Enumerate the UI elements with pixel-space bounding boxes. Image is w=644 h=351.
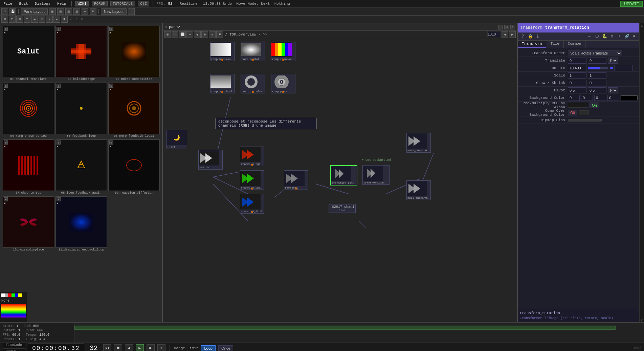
- link-icon[interactable]: 🔗: [624, 34, 630, 40]
- transport-forward[interactable]: ⏭: [147, 344, 155, 351]
- update-button[interactable]: UPDATE: [620, 1, 643, 7]
- network-thumb-09[interactable]: ⊞ ✖ 09_reaction_diffusion: [108, 139, 160, 195]
- transport-plus[interactable]: +: [157, 344, 165, 351]
- pane-icon-1[interactable]: ▦: [49, 8, 56, 15]
- ramp-radial-node[interactable]: ramp_radial: [241, 42, 265, 61]
- nav-icon-4[interactable]: ⊡: [24, 16, 30, 23]
- thumb-delete-02[interactable]: ✖: [57, 31, 59, 35]
- edit-icon[interactable]: ✏: [586, 34, 593, 40]
- color-white[interactable]: [1, 293, 5, 297]
- bg-a-input[interactable]: [607, 95, 619, 101]
- network-thumb-07[interactable]: ⊞ ✖ 07_chop_to_top: [3, 139, 54, 195]
- loop-button[interactable]: Loop: [201, 345, 215, 351]
- pivot-unit-select[interactable]: F: [608, 87, 618, 93]
- network-thumb-02[interactable]: ⊞ ✖ 02_kaleidoscope: [55, 26, 107, 81]
- color-gray[interactable]: [5, 293, 8, 297]
- color-red[interactable]: [8, 293, 12, 297]
- edit-menu[interactable]: Edit: [17, 1, 30, 6]
- timecode-value[interactable]: 00:00:00.32: [28, 344, 84, 351]
- pane2-tool-6[interactable]: ⊕: [201, 31, 208, 38]
- pane2-tool-5[interactable]: ✚: [194, 31, 201, 38]
- ramp-circular-node[interactable]: ramp_circular: [241, 74, 265, 93]
- thumb-delete-09[interactable]: ✖: [109, 145, 111, 149]
- nav-icon-7[interactable]: ↙: [46, 16, 53, 23]
- nav-icon-3[interactable]: ⊞: [16, 16, 23, 23]
- ramp-rainbow-node[interactable]: ramp_rainbow: [271, 42, 295, 61]
- timeline-track[interactable]: [74, 323, 644, 343]
- home-icon[interactable]: ⌂: [1, 8, 8, 15]
- translate-x-input[interactable]: [568, 58, 586, 64]
- new-layout-add-icon[interactable]: +: [128, 8, 135, 15]
- dialogs-menu[interactable]: Dialogs: [33, 1, 52, 6]
- pane2-close[interactable]: ✕: [510, 25, 515, 29]
- pane2-tool-4[interactable]: ↩: [186, 31, 193, 38]
- ramp-phase-node[interactable]: ramp_phase: [271, 74, 295, 93]
- forum-badge[interactable]: FORUM: [92, 1, 108, 6]
- thumb-delete-11[interactable]: ✖: [57, 201, 59, 205]
- transport-back[interactable]: ◀: [125, 344, 133, 351]
- transform-order-select[interactable]: Scale Rotate Translate: [568, 50, 622, 56]
- once-button[interactable]: Once: [218, 345, 233, 351]
- nav-icon-2[interactable]: ⊟: [9, 16, 16, 23]
- chanmix3-node[interactable]: chanmix3_BLUE: [240, 194, 264, 214]
- network-thumb-01[interactable]: ⊞ ✖ Salut 01_channel_translate: [3, 26, 54, 81]
- network-thumb-08[interactable]: ⊞ ✖ 08_icon_feedback_again: [55, 139, 107, 195]
- thumb-delete-01[interactable]: ✖: [4, 31, 6, 35]
- translate-unit-select[interactable]: F: [608, 58, 618, 64]
- frame-input[interactable]: [487, 31, 501, 37]
- wiki-badge[interactable]: WIKI: [75, 1, 89, 6]
- network-thumb-10[interactable]: ⊞ ✖ 10_noise_displace: [3, 196, 54, 252]
- pane2-maximize[interactable]: □: [504, 25, 509, 29]
- value-node[interactable]: .02917 chan1 lfo1: [329, 204, 356, 213]
- tab-tile[interactable]: Tile: [546, 41, 563, 48]
- transport-stop[interactable]: ⏹: [114, 344, 122, 351]
- tab-transform[interactable]: Transform: [518, 41, 546, 48]
- transform-background-node[interactable]: transform_background: [362, 165, 390, 185]
- network-canvas[interactable]: ramp_horizontal ramp_radial: [163, 38, 517, 322]
- thumb-delete-08[interactable]: ✖: [57, 145, 59, 149]
- tutorials-badge[interactable]: TUTORIALS: [110, 1, 135, 6]
- bg-b-input[interactable]: [594, 95, 606, 101]
- plus-icon[interactable]: +: [616, 34, 622, 40]
- pane2-tool-3[interactable]: ⬜: [179, 31, 186, 38]
- nav-right-icon[interactable]: ▶: [509, 31, 516, 38]
- pane-icon-3[interactable]: ▥: [65, 8, 72, 15]
- grow-y-input[interactable]: [588, 80, 606, 86]
- params-icon[interactable]: ⚙: [609, 34, 615, 40]
- premultiply-toggle[interactable]: On: [590, 103, 599, 108]
- nav-left-icon[interactable]: ◀: [502, 31, 508, 38]
- info-icon[interactable]: ℹ: [535, 34, 541, 40]
- pane-layout-button[interactable]: Pane Layout: [21, 8, 48, 15]
- help-icon[interactable]: ?: [520, 34, 526, 40]
- nav-icon-6[interactable]: ⊕: [39, 16, 45, 23]
- network-thumb-11[interactable]: ⊞ ✖ 11_displace_feedback_loop: [55, 196, 107, 252]
- transport-play[interactable]: ▶: [136, 344, 144, 351]
- pane2-minimize[interactable]: —: [498, 25, 503, 29]
- lock-icon[interactable]: 🔒: [527, 34, 533, 40]
- pane-icon-6[interactable]: ✖: [90, 8, 96, 15]
- nav-icon-1[interactable]: ⊞: [1, 16, 8, 23]
- thumb-delete-03[interactable]: ✖: [109, 31, 111, 35]
- switch1-node[interactable]: switch1: [198, 150, 223, 170]
- ramp-horizontal-node[interactable]: ramp_horizontal: [210, 42, 235, 61]
- nav-icon-8[interactable]: ★: [53, 16, 60, 23]
- help-menu[interactable]: Help: [55, 1, 68, 6]
- python-icon[interactable]: 🐍: [601, 34, 607, 40]
- network-thumb-06[interactable]: ⊞ ✖ 06_more_feedback_loop1: [108, 83, 160, 138]
- pane-icon-4[interactable]: ▧: [73, 8, 80, 15]
- file-menu[interactable]: File: [1, 1, 14, 6]
- color-yellow[interactable]: [18, 293, 22, 297]
- transport-rewind[interactable]: ⏮: [103, 344, 111, 351]
- mipmap-slider[interactable]: [568, 119, 602, 122]
- pane2-tool-2[interactable]: ⬛: [172, 31, 178, 38]
- node-icon[interactable]: ⬡: [594, 34, 600, 40]
- pane2-tool-7[interactable]: ★: [209, 31, 216, 38]
- chanmix1-node[interactable]: chanmix1_rgb: [240, 147, 264, 166]
- chanmix2-node[interactable]: chanmix2_GREEN: [240, 170, 264, 190]
- save-icon[interactable]: 💾: [9, 8, 16, 15]
- network-thumb-05[interactable]: ⊞ ✖ 05_feedback_loop: [55, 83, 107, 138]
- pane2-tool-8[interactable]: ■: [216, 31, 223, 38]
- thumb-delete-07[interactable]: ✖: [4, 145, 6, 149]
- pane-icon-5[interactable]: ✚: [82, 8, 88, 15]
- color-blue[interactable]: [15, 293, 18, 297]
